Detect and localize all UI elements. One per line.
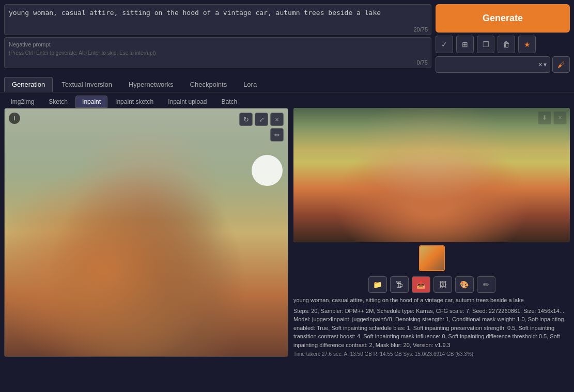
- prompt-char-count: 20/75: [413, 26, 428, 33]
- result-trees: [293, 108, 570, 168]
- subtab-img2img[interactable]: img2img: [4, 96, 41, 108]
- negative-prompt-box: Negative prompt (Press Ctrl+Enter to gen…: [4, 37, 431, 68]
- main-tabs-row: Generation Textual Inversion Hypernetwor…: [4, 77, 570, 92]
- neg-char-count: 0/75: [417, 59, 428, 66]
- top-area: young woman, casual attire, sitting on t…: [0, 0, 574, 77]
- brush-button[interactable]: 🖌: [552, 56, 570, 73]
- icon-row: ✓ ⊞ ❐ 🗑 ★: [436, 36, 570, 53]
- subtab-inpaint-upload[interactable]: Inpaint upload: [161, 96, 213, 108]
- thumbnail-1[interactable]: [419, 245, 445, 271]
- subtab-sketch[interactable]: Sketch: [42, 96, 74, 108]
- search-input[interactable]: [439, 61, 537, 68]
- clear-search-button[interactable]: ×: [537, 60, 544, 69]
- trash-icon-btn[interactable]: 🗑: [498, 36, 515, 53]
- copy-icon-btn[interactable]: ❐: [477, 36, 494, 53]
- right-panel: Generate ✓ ⊞ ❐ 🗑 ★ × ▾ 🖌: [436, 4, 570, 73]
- tab-generation[interactable]: Generation: [4, 77, 53, 92]
- canvas-crop-btn[interactable]: ⤢: [255, 113, 268, 126]
- tab-checkpoints[interactable]: Checkpoints: [182, 77, 235, 92]
- result-panel: ⬇ × 📁 🗜 📤 🖼 🎨 ✏ young woman, casual atti…: [288, 108, 570, 357]
- tabs-area: Generation Textual Inversion Hypernetwor…: [0, 77, 574, 92]
- tab-hypernetworks[interactable]: Hypernetworks: [121, 77, 181, 92]
- canvas-rotate-btn[interactable]: ↻: [239, 113, 253, 126]
- generate-button[interactable]: Generate: [436, 4, 570, 33]
- positive-prompt-input[interactable]: young woman, casual attire, sitting on t…: [5, 5, 431, 33]
- subtab-batch[interactable]: Batch: [215, 96, 244, 108]
- canvas-info-area: i: [9, 113, 20, 124]
- result-action-row: 📁 🗜 📤 🖼 🎨 ✏: [293, 274, 570, 295]
- canvas-paint-btn[interactable]: ✏: [270, 128, 284, 142]
- grid-icon-btn[interactable]: ⊞: [456, 36, 474, 53]
- action-zip-btn[interactable]: 🗜: [390, 276, 409, 293]
- action-palette-btn[interactable]: 🎨: [455, 276, 474, 293]
- meta-prompt: young woman, casual attire, sitting on t…: [293, 295, 570, 306]
- negative-prompt-label: Negative prompt (Press Ctrl+Enter to gen…: [9, 41, 427, 57]
- subtab-inpaint-sketch[interactable]: Inpaint sketch: [108, 96, 160, 108]
- brush-cursor: [252, 155, 283, 186]
- tab-textual-inversion[interactable]: Textual Inversion: [54, 77, 120, 92]
- subtabs-row: img2img Sketch Inpaint Inpaint sketch In…: [0, 92, 574, 108]
- dropdown-button[interactable]: ▾: [544, 61, 547, 68]
- canvas-close-btn[interactable]: ×: [270, 113, 284, 126]
- check-icon-btn[interactable]: ✓: [436, 36, 453, 53]
- action-image-btn[interactable]: 🖼: [433, 276, 452, 293]
- stats-bar: Time taken: 27.6 sec. A: 13.50 GB R: 14.…: [293, 351, 570, 357]
- action-send-btn[interactable]: 📤: [412, 276, 430, 293]
- info-badge[interactable]: i: [9, 113, 20, 124]
- canvas-toolbar: ↻ ⤢ ×: [239, 113, 284, 126]
- thumbnails-row: [293, 242, 570, 274]
- meta-details: Steps: 20, Sampler: DPM++ 2M, Schedule t…: [293, 306, 570, 351]
- positive-prompt-box: young woman, casual attire, sitting on t…: [4, 4, 431, 35]
- main-content: i ↻ ⤢ × ✏ ⬇ ×: [0, 108, 574, 361]
- subtab-inpaint[interactable]: Inpaint: [75, 96, 107, 108]
- action-pencil-btn[interactable]: ✏: [477, 276, 495, 293]
- tab-lora[interactable]: Lora: [236, 77, 265, 92]
- search-row: × ▾ 🖌: [436, 56, 570, 73]
- canvas-panel: i ↻ ⤢ × ✏: [4, 108, 288, 357]
- star-icon-btn[interactable]: ★: [518, 36, 536, 53]
- result-image-container: ⬇ ×: [293, 108, 570, 242]
- thumb-bg-1: [420, 246, 444, 270]
- action-folder-btn[interactable]: 📁: [368, 276, 387, 293]
- prompt-section: young woman, casual attire, sitting on t…: [4, 4, 431, 73]
- search-wrap: × ▾: [436, 56, 550, 73]
